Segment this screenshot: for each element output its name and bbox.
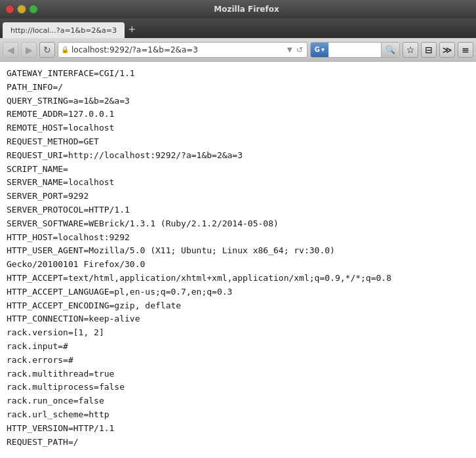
back-button[interactable]: ◀ xyxy=(3,42,18,58)
address-dropdown-icon[interactable]: ▼ xyxy=(287,46,292,53)
search-engine-dropdown-icon[interactable]: ▾ xyxy=(321,46,325,53)
content-line: SERVER_PROTOCOL=HTTP/1.1 xyxy=(7,203,469,217)
content-line: rack.url_scheme=http xyxy=(7,408,469,422)
search-button[interactable]: 🔍 xyxy=(381,43,399,57)
content-line: SERVER_NAME=localhost xyxy=(7,176,469,190)
content-line: REMOTE_ADDR=127.0.0.1 xyxy=(7,108,469,121)
content-line: rack.multithread=true xyxy=(7,367,469,381)
content-line: REQUEST_PATH=/ xyxy=(7,436,469,449)
content-line: SCRIPT_NAME= xyxy=(7,163,469,177)
content-line: rack.input=# xyxy=(7,340,469,354)
minimize-button[interactable] xyxy=(17,5,26,14)
navbar: ◀ ▶ ↻ 🔒 localhost:9292/?a=1&b=2&a=3 ▼ ↺ … xyxy=(0,38,476,62)
bookmark-star-button[interactable]: ☆ xyxy=(403,42,418,58)
address-bar[interactable]: 🔒 localhost:9292/?a=1&b=2&a=3 ▼ ↺ xyxy=(58,42,307,58)
titlebar: Mozilla Firefox xyxy=(0,0,476,18)
more-tools-button[interactable]: ≫ xyxy=(439,42,455,58)
content-line: HTTP_HOST=localhost:9292 xyxy=(7,231,469,245)
content-line: HTTP_ACCEPT=text/html,application/xhtml+… xyxy=(7,272,469,285)
forward-button[interactable]: ▶ xyxy=(21,42,37,58)
content-line: HTTP_VERSION=HTTP/1.1 xyxy=(7,422,469,436)
close-button[interactable] xyxy=(5,5,14,14)
content-line: rack.run_once=false xyxy=(7,394,469,408)
content-line: REQUEST_URI=http://localhost:9292/?a=1&b… xyxy=(7,149,469,163)
search-container[interactable]: G ▾ 🔍 xyxy=(310,42,400,58)
content-line: HTTP_USER_AGENT=Mozilla/5.0 (X11; Ubuntu… xyxy=(7,244,469,258)
tabbar: http://local...?a=1&b=2&a=3 + xyxy=(0,18,476,38)
search-engine-selector[interactable]: G ▾ xyxy=(311,43,328,57)
content-line: PATH_INFO=/ xyxy=(7,81,469,94)
search-input[interactable] xyxy=(328,45,381,54)
bookmarks-button[interactable]: ⊟ xyxy=(421,42,437,58)
content-line: REMOTE_HOST=localhost xyxy=(7,121,469,135)
content-line: rack.errors=# xyxy=(7,354,469,367)
address-reload-icon[interactable]: ↺ xyxy=(295,45,304,54)
new-tab-button[interactable]: + xyxy=(125,23,140,37)
page-content: GATEWAY_INTERFACE=CGI/1.1PATH_INFO=/QUER… xyxy=(0,62,476,458)
refresh-button[interactable]: ↻ xyxy=(39,42,55,58)
content-line: HTTP_ACCEPT_ENCODING=gzip, deflate xyxy=(7,299,469,313)
address-security-icon: 🔒 xyxy=(61,46,69,53)
tab-title: http://local...?a=1&b=2&a=3 xyxy=(10,26,117,35)
content-line: SERVER_SOFTWARE=WEBrick/1.3.1 (Ruby/2.1.… xyxy=(7,217,469,231)
search-engine-label: G xyxy=(315,46,320,53)
content-line: SERVER_PORT=9292 xyxy=(7,190,469,203)
content-line: HTTP_CONNECTION=keep-alive xyxy=(7,312,469,326)
titlebar-buttons xyxy=(5,5,38,14)
content-line: GATEWAY_INTERFACE=CGI/1.1 xyxy=(7,67,469,81)
content-line: rack.multiprocess=false xyxy=(7,381,469,394)
browser-tab[interactable]: http://local...?a=1&b=2&a=3 xyxy=(3,22,125,38)
content-line: HTTP_ACCEPT_LANGUAGE=pl,en-us;q=0.7,en;q… xyxy=(7,285,469,299)
content-line: QUERY_STRING=a=1&b=2&a=3 xyxy=(7,94,469,108)
window-title: Mozilla Firefox xyxy=(42,5,451,14)
menu-button[interactable]: ≡ xyxy=(458,42,473,58)
content-line: REQUEST_METHOD=GET xyxy=(7,135,469,149)
maximize-button[interactable] xyxy=(29,5,38,14)
content-line: Gecko/20100101 Firefox/30.0 xyxy=(7,258,469,272)
address-text: localhost:9292/?a=1&b=2&a=3 xyxy=(71,45,285,54)
content-line: rack.version=[1, 2] xyxy=(7,326,469,340)
